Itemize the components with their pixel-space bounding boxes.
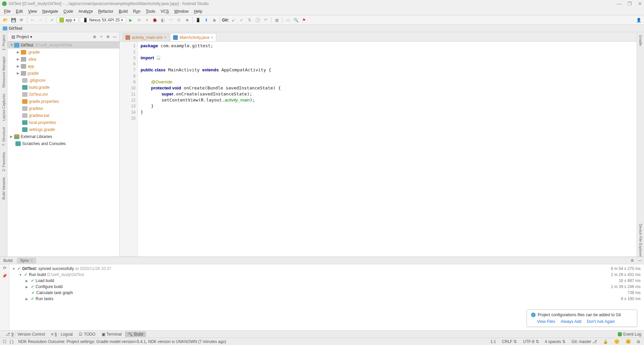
menu-edit[interactable]: Edit <box>13 8 25 14</box>
menu-build[interactable]: Build <box>116 8 130 14</box>
chevron-down-icon[interactable]: ▼ <box>19 273 23 277</box>
status-line-sep[interactable]: CRLF ⇅ <box>501 339 519 344</box>
gutter-project[interactable]: 1: Project <box>2 35 6 50</box>
tree-item[interactable]: local.properties <box>7 119 119 126</box>
notice-dont-ask[interactable]: Don't Ask Again <box>587 319 615 324</box>
assistant-icon[interactable]: ◉ <box>211 17 218 23</box>
lock-icon[interactable]: 🔒 <box>602 339 609 344</box>
stop-icon[interactable]: ■ <box>184 17 191 23</box>
search-icon[interactable]: 🔍 <box>292 17 299 23</box>
tree-item[interactable]: ▶.idea <box>7 56 119 63</box>
tree-item[interactable]: .gitignore <box>7 77 119 84</box>
run-anything-icon[interactable]: ▭ <box>284 17 291 23</box>
tree-item[interactable]: settings.gradle <box>7 126 119 133</box>
close-icon[interactable]: ✕ <box>638 1 642 6</box>
menu-vcs[interactable]: VCS <box>158 8 172 14</box>
sdk-icon[interactable]: ⬇ <box>203 17 210 23</box>
chevron-down-icon[interactable]: ▼ <box>12 267 16 271</box>
tree-item[interactable]: ▶app <box>7 63 119 70</box>
menu-navigate[interactable]: Navigate <box>40 8 61 14</box>
build-tab-sync[interactable]: Sync× <box>17 258 36 264</box>
gutter-build-variants[interactable]: Build Variants <box>2 177 6 200</box>
tree-item[interactable]: ▶.gradle <box>7 49 119 56</box>
save-icon[interactable]: 💾 <box>10 17 17 23</box>
user-icon[interactable]: 👤 <box>635 17 642 23</box>
editor-tab-java[interactable]: MainActivity.java × <box>170 33 216 41</box>
coverage-icon[interactable]: ◧ <box>160 17 166 23</box>
memory-icon[interactable]: 🙂 <box>613 339 621 344</box>
tree-item[interactable]: gradlew.bat <box>7 112 119 119</box>
tree-scratches[interactable]: Scratches and Consoles <box>7 140 119 147</box>
collapse-icon[interactable]: ÷ <box>98 34 104 40</box>
menu-analyze[interactable]: Analyze <box>76 8 96 14</box>
breadcrumb-root[interactable]: GitTest <box>9 26 22 31</box>
chevron-right-icon[interactable]: ▶ <box>25 279 30 283</box>
run-icon[interactable]: ▶ <box>127 17 134 23</box>
close-icon[interactable]: × <box>211 35 213 40</box>
maximize-icon[interactable]: ❐ <box>628 1 632 6</box>
forward-icon[interactable]: → <box>37 17 44 23</box>
menu-tools[interactable]: Tools <box>143 8 158 14</box>
notice-view-files[interactable]: View Files <box>537 319 555 324</box>
apply-code-icon[interactable]: ≡ <box>144 17 150 23</box>
chevron-right-icon[interactable]: ▶ <box>17 57 21 61</box>
editor-tab-xml[interactable]: activity_main.xml × <box>122 33 169 41</box>
status-popup-icon[interactable]: ☐ <box>3 339 6 344</box>
notice-always-add[interactable]: Always Add <box>560 319 581 324</box>
project-structure-icon[interactable]: ▦ <box>273 17 280 23</box>
attach-icon[interactable]: ⎘ <box>176 17 182 23</box>
ts-build[interactable]: 🔨 Build <box>125 332 146 337</box>
open-icon[interactable]: 📂 <box>2 17 9 23</box>
chevron-right-icon[interactable]: ▶ <box>17 50 21 54</box>
gutter-resource-manager[interactable]: Resource Manager <box>2 56 6 88</box>
gutter-structure[interactable]: 7: Structure <box>2 127 6 146</box>
status-indent[interactable]: 4 spaces ⇅ <box>544 339 567 344</box>
status-expand-icon[interactable]: ( ) <box>10 339 13 344</box>
status-position[interactable]: 1:1 <box>489 339 497 344</box>
close-icon[interactable]: × <box>164 35 166 40</box>
sync-icon[interactable]: ⟳ <box>18 17 25 23</box>
menu-file[interactable]: File <box>1 8 13 14</box>
chevron-right-icon[interactable]: ▶ <box>25 285 30 289</box>
menu-view[interactable]: View <box>25 8 40 14</box>
project-scope-select[interactable]: ▤ Project ▾ <box>9 34 35 40</box>
menu-code[interactable]: Code <box>61 8 76 14</box>
minimize-icon[interactable]: — <box>617 1 622 6</box>
status-git-branch[interactable]: Git: master ⎇ <box>570 339 598 344</box>
locate-icon[interactable]: ⊕ <box>92 34 98 40</box>
tree-item[interactable]: GitTest.iml <box>7 91 119 98</box>
update-icon[interactable]: ↙ <box>230 17 237 23</box>
profile-icon[interactable]: 〰 <box>168 17 174 23</box>
status-encoding[interactable]: UTF-8 ⇅ <box>522 339 540 344</box>
close-icon[interactable]: × <box>31 258 33 263</box>
ts-todo[interactable]: ☑ TODO <box>76 332 98 337</box>
chevron-right-icon[interactable]: ▶ <box>17 71 21 75</box>
tree-item[interactable]: gradle.properties <box>7 98 119 105</box>
gear-icon[interactable]: ✲ <box>629 258 636 263</box>
debug-icon[interactable]: 🐞 <box>152 17 158 23</box>
hide-icon[interactable]: — <box>636 258 644 263</box>
tree-item[interactable]: gradlew <box>7 105 119 112</box>
history-icon[interactable]: 🕑 <box>254 17 261 23</box>
tree-external-libs[interactable]: ▶External Libraries <box>7 133 119 140</box>
indexing-icon[interactable]: ⧉ <box>636 339 641 344</box>
ts-terminal[interactable]: ▣ Terminal <box>99 332 124 337</box>
tree-item[interactable]: ▶gradle <box>7 70 119 77</box>
apply-changes-icon[interactable]: ⟲ <box>136 17 142 23</box>
ide-errors-icon[interactable]: ⚑ <box>301 17 307 23</box>
chevron-down-icon[interactable]: ▼ <box>10 43 14 47</box>
restart-icon[interactable]: ⟳ <box>3 266 6 270</box>
feedback-icon[interactable]: ☹️ <box>624 339 632 344</box>
tree-root[interactable]: ▼ GitTest D:\self_study\GitTest <box>7 42 119 49</box>
hide-icon[interactable]: — <box>112 34 118 40</box>
menu-help[interactable]: Help <box>191 8 205 14</box>
run-config-select[interactable]: app ▾ <box>56 17 78 23</box>
pin-icon[interactable]: 📌 <box>2 274 7 278</box>
back-icon[interactable]: ← <box>29 17 36 23</box>
settings-icon[interactable]: ✲ <box>105 34 111 40</box>
commit-icon[interactable]: ✓ <box>238 17 245 23</box>
menu-window[interactable]: Window <box>171 8 191 14</box>
revert-icon[interactable]: ↶ <box>262 17 269 23</box>
gutter-gradle[interactable]: Gradle <box>639 35 643 46</box>
compare-icon[interactable]: ⇅ <box>246 17 253 23</box>
